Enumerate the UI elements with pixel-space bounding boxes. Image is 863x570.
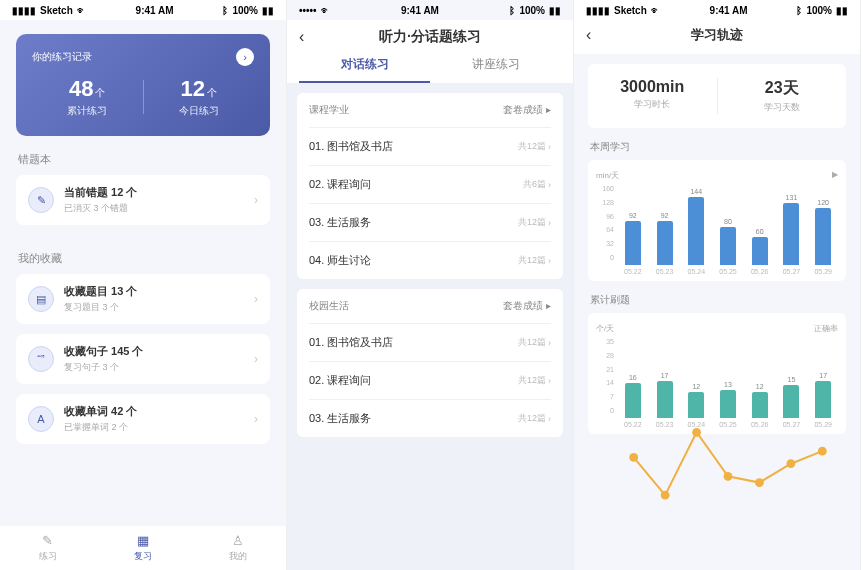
section-collection: 我的收藏 (18, 251, 268, 266)
topic-row[interactable]: 02. 课程询问共12篇› (309, 361, 551, 399)
page-title: 学习轨迹 (606, 26, 828, 44)
signal-icon: ▮▮▮▮ (12, 5, 36, 16)
page-title: 听力·分话题练习 (319, 28, 541, 46)
collection-card-topics[interactable]: ▤ 收藏题目 13 个 复习题目 3 个 › (16, 274, 270, 324)
stat-today: 12个 今日练习 (144, 76, 255, 118)
collection-card-words[interactable]: A 收藏单词 42 个 已掌握单词 2 个 › (16, 394, 270, 444)
tab-review[interactable]: ▦ 复习 (95, 526, 190, 570)
section-wrongbook: 错题本 (18, 152, 268, 167)
summary-days: 23天 学习天数 (718, 78, 847, 114)
chevron-right-icon: › (254, 352, 258, 366)
status-time: 9:41 AM (87, 5, 223, 16)
status-time: 9:41 AM (661, 5, 797, 16)
chevron-right-icon: › (548, 142, 551, 152)
hero-title: 你的练习记录 (32, 50, 92, 64)
back-button[interactable]: ‹ (586, 26, 606, 44)
legend-accuracy: 正确率 (814, 323, 838, 334)
back-button[interactable]: ‹ (299, 28, 319, 46)
stat-total: 48个 累计练习 (32, 76, 143, 118)
topic-row[interactable]: 03. 生活服务共12篇› (309, 399, 551, 437)
chevron-right-icon[interactable]: › (236, 48, 254, 66)
scores-link[interactable]: 套卷成绩 ▸ (503, 299, 551, 313)
pencil-icon: ✎ (42, 533, 53, 548)
section-cumulative: 累计刷题 (590, 293, 844, 307)
status-bar: ▮▮▮▮Sketch ᯤ 9:41 AM ᛒ100% ▮▮ (0, 0, 286, 20)
tab-me[interactable]: ♙ 我的 (191, 526, 286, 570)
practice-record-card[interactable]: 你的练习记录 › 48个 累计练习 12个 今日练习 (16, 34, 270, 136)
svg-point-6 (818, 447, 827, 456)
book-icon: ▦ (137, 533, 149, 548)
section-weekly: 本周学习 (590, 140, 844, 154)
group-academic: 课程学业 套卷成绩 ▸ 01. 图书馆及书店共12篇› 02. 课程询问共6篇›… (297, 93, 563, 279)
summary-card: 3000min 学习时长 23天 学习天数 (588, 64, 846, 128)
bluetooth-icon: ᛒ (222, 5, 228, 16)
topic-row[interactable]: 03. 生活服务共12篇› (309, 203, 551, 241)
tab-practice[interactable]: ✎ 练习 (0, 526, 95, 570)
topic-row[interactable]: 01. 图书馆及书店共12篇› (309, 127, 551, 165)
svg-point-2 (692, 428, 701, 437)
chevron-right-icon: › (254, 292, 258, 306)
wrongbook-card[interactable]: ✎ 当前错题 12 个 已消灭 3 个错题 › (16, 175, 270, 225)
topic-tabs: 对话练习 讲座练习 (299, 56, 561, 83)
wifi-icon: ᯤ (321, 5, 331, 16)
chevron-right-icon: › (254, 193, 258, 207)
svg-point-4 (755, 478, 764, 487)
status-time: 9:41 AM (331, 5, 510, 16)
status-bar: ▮▮▮▮Sketch ᯤ 9:41 AM ᛒ100% ▮▮ (574, 0, 860, 20)
play-icon[interactable]: ▶ (832, 170, 838, 181)
wrongbook-icon: ✎ (28, 187, 54, 213)
summary-duration: 3000min 学习时长 (588, 78, 717, 114)
collection-card-sentences[interactable]: “” 收藏句子 145 个 复习句子 3 个 › (16, 334, 270, 384)
status-bar: ••••• ᯤ 9:41 AM ᛒ100% ▮▮ (287, 0, 573, 20)
tab-dialog[interactable]: 对话练习 (299, 56, 430, 83)
wifi-icon: ᯤ (77, 5, 87, 16)
tab-bar: ✎ 练习 ▦ 复习 ♙ 我的 (0, 526, 286, 570)
scores-link[interactable]: 套卷成绩 ▸ (503, 103, 551, 117)
svg-point-5 (786, 459, 795, 468)
chevron-right-icon: › (254, 412, 258, 426)
topic-row[interactable]: 04. 师生讨论共12篇› (309, 241, 551, 279)
word-icon: A (28, 406, 54, 432)
doc-icon: ▤ (28, 286, 54, 312)
group-campus: 校园生活 套卷成绩 ▸ 01. 图书馆及书店共12篇› 02. 课程询问共12篇… (297, 289, 563, 437)
svg-point-1 (661, 491, 670, 500)
sentence-icon: “” (28, 346, 54, 372)
chart-cumulative: 个/天 正确率 35282114701605.221705.231205.241… (588, 313, 846, 434)
battery-icon: ▮▮ (262, 5, 274, 16)
topic-row[interactable]: 02. 课程询问共6篇› (309, 165, 551, 203)
svg-point-3 (724, 472, 733, 481)
tab-lecture[interactable]: 讲座练习 (430, 56, 561, 83)
svg-point-0 (629, 453, 638, 462)
topic-row[interactable]: 01. 图书馆及书店共12篇› (309, 323, 551, 361)
chart-weekly: min/天 ▶ 16012896643209205.229205.2314405… (588, 160, 846, 281)
person-icon: ♙ (232, 533, 244, 548)
